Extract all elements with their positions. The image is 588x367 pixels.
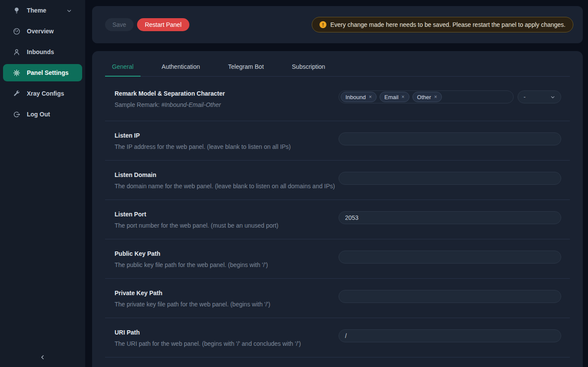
sidebar-item-label: Xray Configs — [27, 90, 64, 97]
sample-remark-prefix: Sample Remark: — [115, 101, 161, 108]
theme-label: Theme — [27, 7, 46, 14]
separator-value: - — [524, 93, 526, 100]
row-description: The private key file path for the web pa… — [115, 301, 339, 308]
private-key-path-input[interactable] — [339, 290, 561, 303]
tag-label: Other — [417, 94, 431, 100]
tag-other: Other × — [412, 92, 442, 102]
row-title: Public Key Path — [115, 250, 339, 257]
listen-ip-input[interactable] — [339, 132, 561, 145]
bulb-icon — [13, 7, 20, 14]
form-row-public-key-path: Public Key Path The public key file path… — [105, 239, 570, 279]
row-description: The IP address for the web panel. (leave… — [115, 143, 339, 150]
row-title: Listen Domain — [115, 171, 339, 178]
row-title: URI Path — [115, 329, 339, 336]
row-description: The port number for the web panel. (must… — [115, 222, 339, 229]
public-key-path-input[interactable] — [339, 251, 561, 264]
row-description: The URI path for the web panel. (begins … — [115, 340, 339, 347]
row-description: The public key file path for the web pan… — [115, 261, 339, 268]
tab-authentication[interactable]: Authentication — [155, 51, 207, 77]
user-icon — [13, 48, 20, 56]
listen-port-input[interactable] — [339, 211, 561, 224]
sidebar-item-label: Inbounds — [27, 48, 54, 55]
sidebar-item-overview[interactable]: Overview — [3, 23, 82, 40]
sample-remark-value: #Inbound-Email-Other — [161, 101, 221, 108]
save-button[interactable]: Save — [105, 18, 134, 31]
sidebar-item-panel-settings[interactable]: Panel Settings — [3, 64, 82, 81]
settings-tabs: General Authentication Telegram Bot Subs… — [105, 51, 570, 77]
remove-tag-icon[interactable]: × — [434, 94, 437, 100]
tag-label: Inbound — [345, 94, 366, 100]
sidebar-item-log-out[interactable]: Log Out — [3, 106, 82, 123]
settings-card: General Authentication Telegram Bot Subs… — [92, 51, 583, 367]
form-row-remark-model: Remark Model & Separation Character Samp… — [105, 77, 570, 121]
row-title: Listen Port — [115, 211, 339, 218]
tag-email: Email × — [380, 92, 409, 102]
form-row-uri-path: URI Path The URI path for the web panel.… — [105, 318, 570, 357]
main-content: Save Restart Panel ! Every change made h… — [92, 0, 583, 367]
sidebar: Theme Overview Inbounds Panel Settings X… — [0, 0, 85, 367]
sidebar-collapse-button[interactable] — [0, 351, 85, 365]
logout-icon — [13, 111, 20, 118]
sidebar-item-xray-configs[interactable]: Xray Configs — [3, 85, 82, 102]
form-row-listen-ip: Listen IP The IP address for the web pan… — [105, 121, 570, 161]
row-title: Listen IP — [115, 132, 339, 139]
chevron-down-icon — [550, 95, 555, 100]
tab-subscription[interactable]: Subscription — [285, 51, 332, 77]
tag-label: Email — [384, 94, 399, 100]
restart-warning-alert: ! Every change made here needs to be sav… — [312, 17, 573, 32]
form-row-listen-port: Listen Port The port number for the web … — [105, 200, 570, 239]
form-row-private-key-path: Private Key Path The private key file pa… — [105, 279, 570, 318]
listen-domain-input[interactable] — [339, 172, 561, 185]
tab-general[interactable]: General — [105, 51, 141, 77]
gauge-icon — [13, 28, 20, 35]
remove-tag-icon[interactable]: × — [369, 94, 372, 100]
separation-character-select[interactable]: - — [518, 90, 561, 103]
chevron-down-icon — [67, 8, 72, 13]
row-description: Sample Remark: #Inbound-Email-Other — [115, 101, 339, 108]
chevron-left-icon — [40, 354, 45, 362]
sidebar-item-label: Log Out — [27, 111, 50, 118]
gear-icon — [13, 69, 20, 77]
sidebar-item-inbounds[interactable]: Inbounds — [3, 43, 82, 61]
theme-dropdown[interactable]: Theme — [3, 2, 82, 19]
tab-telegram-bot[interactable]: Telegram Bot — [221, 51, 271, 77]
row-title: Private Key Path — [115, 290, 339, 296]
row-title: Remark Model & Separation Character — [115, 90, 339, 97]
restart-panel-button[interactable]: Restart Panel — [137, 18, 189, 31]
row-description: The domain name for the web panel. (leav… — [115, 183, 339, 190]
form-row-listen-domain: Listen Domain The domain name for the we… — [105, 161, 570, 200]
warning-icon: ! — [320, 21, 326, 28]
sidebar-item-label: Panel Settings — [27, 69, 68, 76]
action-bar: Save Restart Panel ! Every change made h… — [92, 6, 583, 43]
tag-inbound: Inbound × — [341, 92, 377, 102]
alert-text: Every change made here needs to be saved… — [330, 21, 566, 28]
uri-path-input[interactable] — [339, 329, 561, 342]
remark-model-multiselect[interactable]: Inbound × Email × Other × — [339, 90, 514, 103]
remove-tag-icon[interactable]: × — [402, 94, 405, 100]
sidebar-item-label: Overview — [27, 28, 54, 35]
wrench-icon — [13, 90, 20, 97]
